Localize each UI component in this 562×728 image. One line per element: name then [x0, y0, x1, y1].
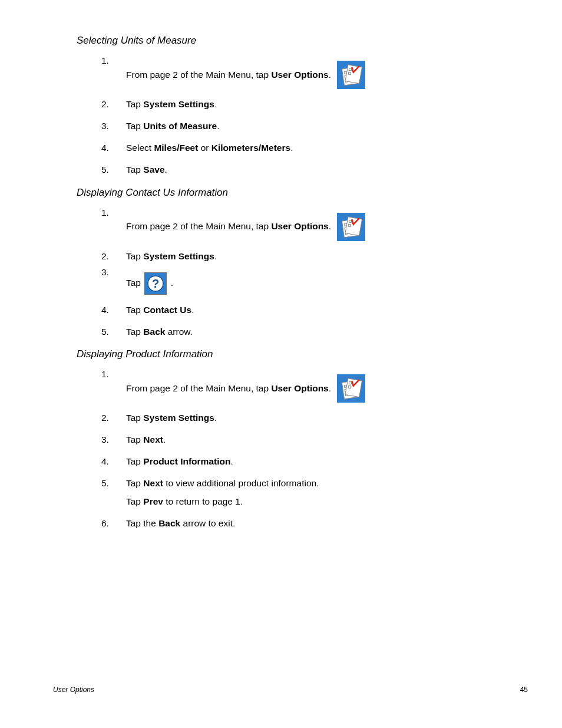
step-text: From page 2 of the Main Menu, tap: [126, 70, 271, 80]
step-item: 6. Tap the Back arrow to exit.: [101, 518, 509, 530]
step-item: 1. From page 2 of the Main Menu, tap Use…: [101, 374, 509, 403]
step-text: Tap the: [126, 518, 158, 528]
step-number: 6.: [101, 518, 109, 530]
step-number: 2.: [101, 412, 109, 424]
step-text: Tap: [126, 99, 143, 109]
step-item: 5. Tap Next to view additional product i…: [101, 477, 509, 508]
step-text: .: [290, 143, 293, 153]
step-text: or: [198, 143, 211, 153]
step-text: to return to page 1.: [163, 496, 243, 506]
step-text: Tap: [126, 278, 143, 288]
step-text: .: [163, 434, 166, 444]
step-bold: Kilometers/Meters: [211, 143, 290, 153]
user-options-icon: [337, 61, 365, 89]
steps-list: 1. From page 2 of the Main Menu, tap Use…: [77, 374, 509, 530]
step-number: 5.: [101, 164, 109, 176]
step-bold: System Settings: [143, 99, 214, 109]
step-number: 3.: [101, 266, 109, 278]
step-item: 1. From page 2 of the Main Menu, tap Use…: [101, 213, 509, 241]
step-item: 2. Tap System Settings.: [101, 251, 509, 263]
svg-rect-5: [345, 65, 362, 84]
step-text: .: [191, 305, 194, 315]
step-text: Tap: [126, 496, 143, 506]
help-icon: ?: [144, 272, 167, 295]
step-bold: Save: [143, 164, 164, 174]
step-number: 1.: [101, 368, 109, 381]
section-heading: Displaying Product Information: [77, 348, 509, 360]
step-item: 3. Tap Units of Measure.: [101, 120, 509, 133]
page-footer: User Options 45: [53, 686, 528, 694]
step-number: 2.: [101, 98, 109, 111]
step-extra: Tap Prev to return to page 1.: [126, 496, 509, 508]
steps-list: 1. From page 2 of the Main Menu, tap Use…: [77, 61, 509, 176]
step-text: .: [214, 413, 217, 423]
step-item: 3. Tap Next.: [101, 434, 509, 446]
step-text: .: [214, 251, 217, 261]
step-bold: System Settings: [143, 251, 214, 261]
step-bold: Back: [143, 327, 165, 337]
step-number: 1.: [101, 55, 109, 67]
step-item: 4. Tap Product Information.: [101, 456, 509, 468]
step-item: 5. Tap Back arrow.: [101, 326, 509, 338]
section-heading: Selecting Units of Measure: [77, 35, 509, 47]
step-text: Tap: [126, 478, 143, 488]
step-text: .: [165, 164, 167, 174]
footer-section: User Options: [53, 686, 94, 694]
user-options-icon: [337, 374, 365, 403]
page: Selecting Units of Measure 1. From page …: [0, 0, 562, 728]
step-number: 4.: [101, 142, 109, 154]
step-text: .: [171, 278, 173, 288]
step-number: 4.: [101, 304, 109, 317]
step-text: arrow to exit.: [180, 518, 235, 528]
step-text: .: [329, 383, 331, 393]
step-number: 5.: [101, 477, 109, 490]
step-item: 4. Select Miles/Feet or Kilometers/Meter…: [101, 142, 509, 154]
step-bold: System Settings: [143, 413, 214, 423]
step-number: 2.: [101, 251, 109, 263]
step-bold: Next: [143, 478, 163, 488]
step-text: Tap: [126, 305, 143, 315]
step-item: 4. Tap Contact Us.: [101, 304, 509, 317]
step-number: 4.: [101, 456, 109, 468]
step-text: From page 2 of the Main Menu, tap: [126, 383, 271, 393]
step-number: 1.: [101, 206, 109, 219]
footer-page-number: 45: [520, 686, 528, 694]
step-text: to view additional product information.: [163, 478, 319, 488]
step-bold: User Options: [271, 70, 328, 80]
step-bold: Product Information: [143, 456, 230, 466]
step-bold: Back: [158, 518, 180, 528]
user-options-icon: [337, 213, 365, 241]
step-bold: Prev: [143, 496, 163, 506]
step-text: .: [217, 121, 219, 131]
step-item: 3. Tap ? .: [101, 272, 509, 295]
step-item: 2. Tap System Settings.: [101, 98, 509, 111]
step-bold: Next: [143, 434, 163, 444]
step-text: Tap: [126, 434, 143, 444]
step-bold: User Options: [271, 221, 328, 231]
step-text: Tap: [126, 413, 143, 423]
step-text: Tap: [126, 121, 143, 131]
steps-list: 1. From page 2 of the Main Menu, tap Use…: [77, 213, 509, 338]
step-number: 3.: [101, 120, 109, 133]
step-text: Tap: [126, 327, 143, 337]
svg-text:?: ?: [152, 277, 159, 290]
step-text: From page 2 of the Main Menu, tap: [126, 221, 271, 231]
step-item: 5. Tap Save.: [101, 164, 509, 176]
step-text: Tap: [126, 251, 143, 261]
step-text: .: [329, 70, 331, 80]
step-number: 5.: [101, 326, 109, 338]
step-text: Select: [126, 143, 154, 153]
section-heading: Displaying Contact Us Information: [77, 187, 509, 199]
step-bold: Contact Us: [143, 305, 191, 315]
step-item: 1. From page 2 of the Main Menu, tap Use…: [101, 61, 509, 89]
step-text: arrow.: [165, 327, 193, 337]
step-text: .: [329, 221, 331, 231]
step-item: 2. Tap System Settings.: [101, 412, 509, 424]
step-bold: Units of Measure: [143, 121, 217, 131]
step-text: .: [230, 456, 233, 466]
svg-rect-13: [345, 217, 362, 236]
svg-rect-24: [345, 378, 362, 397]
step-bold: Miles/Feet: [154, 143, 198, 153]
step-text: Tap: [126, 164, 143, 174]
step-number: 3.: [101, 434, 109, 446]
